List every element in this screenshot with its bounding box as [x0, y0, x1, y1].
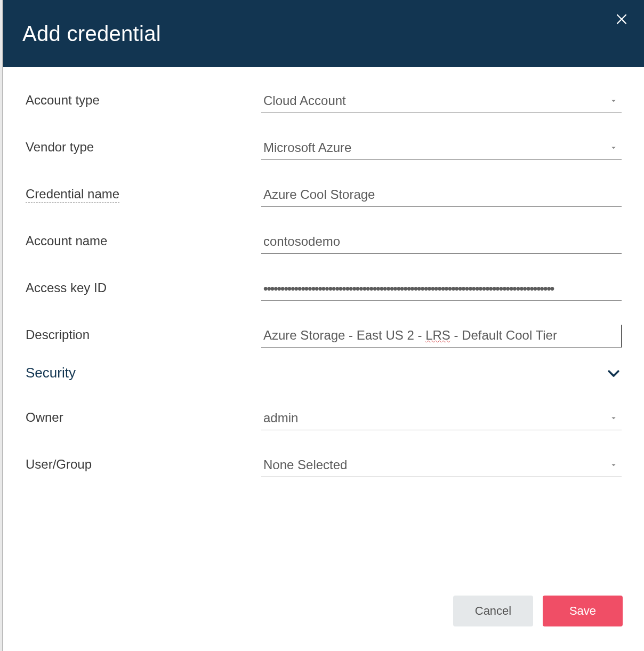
- select-account-type[interactable]: Cloud Account: [261, 90, 622, 113]
- label-access-key-id: Access key ID: [26, 280, 261, 301]
- select-vendor-type[interactable]: Microsoft Azure: [261, 137, 622, 160]
- save-button[interactable]: Save: [543, 596, 623, 626]
- row-access-key-id: Access key ID: [26, 271, 622, 301]
- input-access-key-id[interactable]: [261, 278, 622, 301]
- field-account-name: [261, 231, 622, 254]
- select-user-group[interactable]: None Selected: [261, 454, 622, 477]
- field-owner[interactable]: admin: [261, 407, 622, 430]
- modal-footer: Cancel Save: [3, 592, 644, 651]
- row-vendor-type: Vendor type Microsoft Azure: [26, 130, 622, 160]
- section-title-security: Security: [26, 365, 76, 381]
- row-user-group: User/Group None Selected: [26, 447, 622, 477]
- row-description: Description Azure Storage - East US 2 - …: [26, 318, 622, 348]
- label-owner: Owner: [26, 410, 261, 430]
- select-owner[interactable]: admin: [261, 407, 622, 430]
- row-owner: Owner admin: [26, 400, 622, 430]
- field-credential-name: [261, 184, 622, 207]
- label-vendor-type: Vendor type: [26, 140, 261, 160]
- field-user-group[interactable]: None Selected: [261, 454, 622, 477]
- field-access-key-id: [261, 278, 622, 301]
- add-credential-modal: Add credential Account type Cloud Accoun…: [3, 0, 644, 651]
- modal-title: Add credential: [22, 22, 161, 46]
- label-description: Description: [26, 327, 261, 348]
- row-account-name: Account name: [26, 224, 622, 254]
- label-account-name: Account name: [26, 234, 261, 254]
- modal-header: Add credential: [3, 0, 644, 67]
- section-toggle-security[interactable]: Security: [26, 365, 622, 381]
- field-description: Azure Storage - East US 2 - LRS - Defaul…: [261, 325, 622, 348]
- field-vendor-type[interactable]: Microsoft Azure: [261, 137, 622, 160]
- label-account-type: Account type: [26, 93, 261, 113]
- label-credential-name: Credential name: [26, 187, 261, 207]
- row-account-type: Account type Cloud Account: [26, 83, 622, 113]
- modal-body: Account type Cloud Account Vendor type M…: [3, 67, 644, 592]
- field-account-type[interactable]: Cloud Account: [261, 90, 622, 113]
- label-user-group: User/Group: [26, 457, 261, 477]
- chevron-down-icon: [606, 365, 622, 381]
- input-description[interactable]: Azure Storage - East US 2 - LRS - Defaul…: [261, 325, 622, 348]
- close-button[interactable]: [612, 10, 631, 29]
- input-credential-name[interactable]: [261, 184, 622, 207]
- row-credential-name: Credential name: [26, 177, 622, 207]
- close-icon: [615, 13, 628, 26]
- spell-flag: LRS: [425, 328, 450, 342]
- input-account-name[interactable]: [261, 231, 622, 254]
- cancel-button[interactable]: Cancel: [453, 596, 533, 626]
